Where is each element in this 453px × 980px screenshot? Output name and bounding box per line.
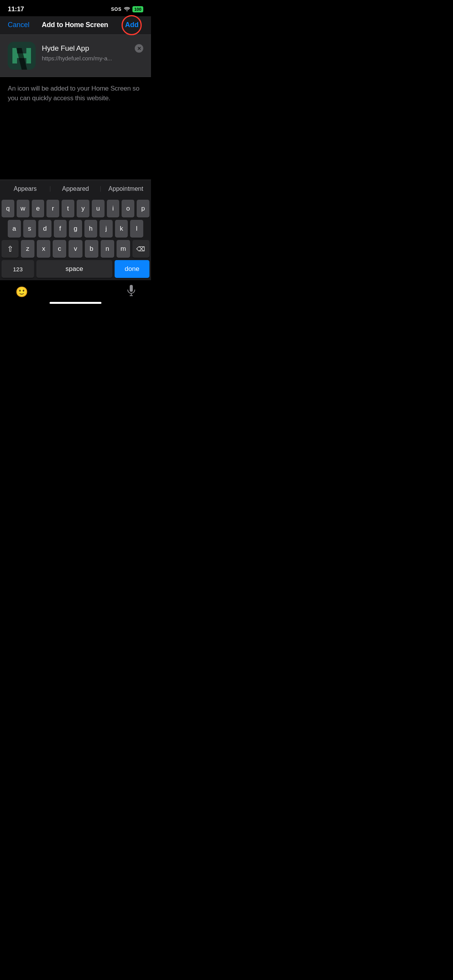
autocomplete-bar: Appears Appeared Appointment bbox=[0, 180, 151, 197]
add-button[interactable]: Add bbox=[120, 18, 143, 32]
key-k[interactable]: k bbox=[115, 220, 128, 238]
space-key[interactable]: space bbox=[36, 260, 112, 278]
key-y[interactable]: y bbox=[77, 200, 89, 218]
svg-point-0 bbox=[126, 10, 127, 11]
key-d[interactable]: d bbox=[38, 220, 51, 238]
cancel-button[interactable]: Cancel bbox=[8, 21, 29, 29]
description-text: An icon will be added to your Home Scree… bbox=[8, 84, 143, 103]
content-spacer bbox=[0, 110, 151, 180]
key-q[interactable]: q bbox=[2, 200, 14, 218]
key-e[interactable]: e bbox=[32, 200, 45, 218]
key-l[interactable]: l bbox=[130, 220, 143, 238]
app-info: ✕ https://hydefuel.com/my-a... bbox=[42, 42, 143, 62]
app-url: https://hydefuel.com/my-a... bbox=[42, 55, 143, 62]
key-z[interactable]: z bbox=[21, 240, 34, 258]
status-icons: SOS 100 bbox=[111, 6, 143, 12]
key-a[interactable]: a bbox=[8, 220, 21, 238]
svg-rect-6 bbox=[130, 285, 133, 292]
key-b[interactable]: b bbox=[85, 240, 98, 258]
numbers-key[interactable]: 123 bbox=[2, 260, 34, 278]
key-u[interactable]: u bbox=[92, 200, 105, 218]
home-indicator bbox=[0, 302, 151, 307]
key-v[interactable]: v bbox=[69, 240, 82, 258]
key-h[interactable]: h bbox=[84, 220, 98, 238]
autocomplete-appears[interactable]: Appears bbox=[0, 185, 50, 192]
key-s[interactable]: s bbox=[23, 220, 36, 238]
done-key[interactable]: done bbox=[115, 260, 149, 278]
app-icon bbox=[8, 42, 36, 70]
key-t[interactable]: t bbox=[62, 200, 74, 218]
clear-button[interactable]: ✕ bbox=[135, 44, 143, 53]
key-x[interactable]: x bbox=[37, 240, 50, 258]
key-m[interactable]: m bbox=[117, 240, 130, 258]
status-bar: 11:17 SOS 100 bbox=[0, 0, 151, 16]
key-r[interactable]: r bbox=[46, 200, 59, 218]
autocomplete-appointment[interactable]: Appointment bbox=[101, 185, 151, 192]
battery-indicator: 100 bbox=[132, 6, 143, 12]
delete-key[interactable]: ⌫ bbox=[132, 240, 149, 258]
status-time: 11:17 bbox=[8, 5, 24, 13]
sos-indicator: SOS bbox=[111, 7, 122, 12]
shift-key[interactable]: ⇧ bbox=[2, 240, 19, 258]
description-section: An icon will be added to your Home Scree… bbox=[0, 77, 151, 110]
keyboard-row-2: a s d f g h j k l bbox=[0, 218, 151, 238]
microphone-button[interactable] bbox=[127, 285, 136, 299]
wifi-icon bbox=[124, 6, 130, 12]
key-o[interactable]: o bbox=[122, 200, 134, 218]
key-i[interactable]: i bbox=[107, 200, 120, 218]
app-name-input[interactable] bbox=[42, 44, 135, 53]
emoji-button[interactable]: 🙂 bbox=[15, 286, 28, 298]
key-f[interactable]: f bbox=[54, 220, 67, 238]
keyboard-row-bottom: 123 space done bbox=[0, 258, 151, 280]
app-card: ✕ https://hydefuel.com/my-a... bbox=[0, 35, 151, 77]
key-n[interactable]: n bbox=[101, 240, 114, 258]
bottom-bar: 🙂 bbox=[0, 280, 151, 302]
autocomplete-appeared[interactable]: Appeared bbox=[50, 185, 101, 192]
add-button-wrapper: Add bbox=[120, 21, 143, 29]
key-g[interactable]: g bbox=[69, 220, 82, 238]
keyboard-row-1: q w e r t y u i o p bbox=[0, 197, 151, 218]
nav-bar: Cancel Add to Home Screen Add bbox=[0, 16, 151, 35]
home-bar bbox=[50, 302, 101, 304]
nav-title: Add to Home Screen bbox=[42, 21, 108, 29]
keyboard-row-3: ⇧ z x c v b n m ⌫ bbox=[0, 238, 151, 258]
key-w[interactable]: w bbox=[17, 200, 29, 218]
keyboard: q w e r t y u i o p a s d f g h j k l ⇧ … bbox=[0, 197, 151, 280]
key-j[interactable]: j bbox=[100, 220, 113, 238]
key-c[interactable]: c bbox=[53, 240, 66, 258]
key-p[interactable]: p bbox=[137, 200, 149, 218]
app-name-row: ✕ bbox=[42, 44, 143, 53]
